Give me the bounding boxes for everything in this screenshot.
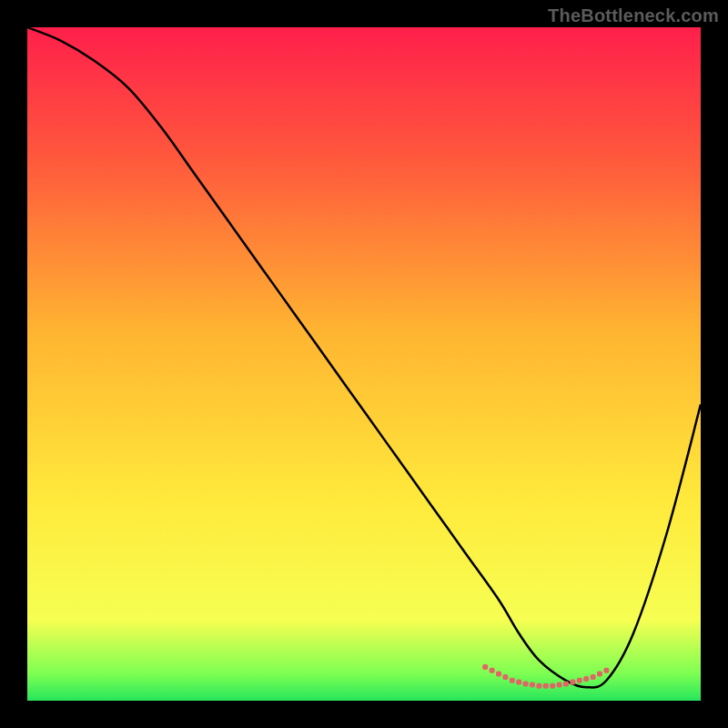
- svg-rect-10: [550, 683, 555, 689]
- svg-rect-7: [530, 682, 535, 688]
- svg-rect-5: [516, 680, 521, 685]
- svg-rect-1: [490, 668, 495, 673]
- svg-rect-2: [496, 671, 501, 676]
- svg-rect-15: [583, 676, 589, 682]
- svg-rect-18: [603, 668, 609, 673]
- svg-rect-13: [570, 680, 575, 685]
- svg-rect-16: [591, 674, 596, 680]
- svg-rect-12: [563, 682, 569, 687]
- svg-rect-6: [523, 682, 529, 687]
- svg-rect-17: [597, 671, 602, 676]
- chart-container: TheBottleneck.com: [0, 0, 728, 728]
- watermark-text: TheBottleneck.com: [548, 5, 719, 26]
- svg-rect-4: [510, 678, 515, 683]
- svg-rect-3: [502, 674, 508, 680]
- svg-rect-11: [557, 682, 562, 688]
- gradient-background: [27, 27, 701, 701]
- chart-svg: [27, 27, 701, 701]
- plot-area: [27, 27, 701, 701]
- svg-rect-0: [482, 664, 488, 670]
- svg-rect-14: [577, 678, 582, 683]
- svg-rect-8: [536, 683, 541, 689]
- svg-rect-9: [543, 683, 549, 689]
